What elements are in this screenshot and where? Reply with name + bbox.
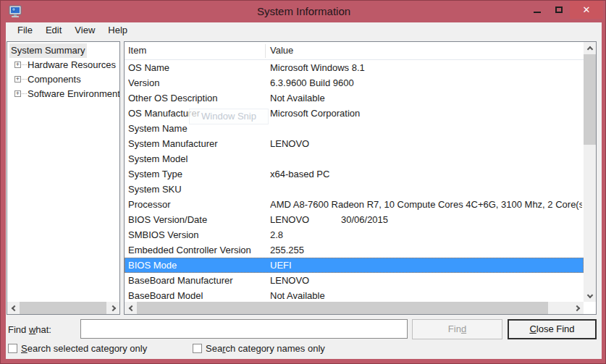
row-value: LENOVO	[270, 136, 582, 151]
table-row[interactable]: Other OS DescriptionNot Available	[125, 90, 584, 106]
table-row[interactable]: ProcessorAMD A8-7600 Radeon R7, 10 Compu…	[125, 197, 584, 212]
table-row[interactable]: Version6.3.9600 Build 9600	[125, 75, 584, 90]
menu-view[interactable]: View	[68, 22, 101, 38]
find-input[interactable]	[80, 319, 408, 339]
menu-bar: FileEditViewHelp	[6, 22, 134, 39]
table-row[interactable]: SMBIOS Version2.8	[125, 227, 584, 242]
scroll-down-button[interactable]	[584, 289, 596, 302]
window-snip-tooltip: Window Snip	[189, 109, 269, 124]
tree-item-software-environment[interactable]: +Software Environment	[7, 87, 119, 101]
expand-plus-icon[interactable]: +	[14, 76, 21, 82]
row-item: System Manufacturer	[128, 136, 266, 151]
table-row[interactable]: Embedded Controller Version255.255	[125, 242, 584, 258]
row-value: 2.8	[270, 227, 582, 242]
row-item: BIOS Version/Date	[128, 212, 266, 227]
row-item: System SKU	[128, 182, 266, 197]
chevron-up-icon	[586, 46, 592, 51]
close-find-button[interactable]: Close Find	[508, 319, 597, 339]
list-rows: OS NameMicrosoft Windows 8.1Version6.3.9…	[125, 60, 584, 303]
maximize-icon	[555, 7, 563, 13]
tree-item-hardware-resources[interactable]: +Hardware Resources	[7, 58, 119, 72]
row-item: BIOS Mode	[128, 258, 266, 273]
row-value: 6.3.9600 Build 9600	[270, 75, 582, 90]
table-row[interactable]: BIOS ModeUEFI	[125, 258, 584, 273]
scrollbar-thumb[interactable]	[584, 54, 596, 145]
close-button[interactable]: ✕	[570, 1, 603, 19]
table-row[interactable]: System SKU	[125, 182, 584, 197]
expand-plus-icon[interactable]: +	[14, 90, 21, 97]
checkbox-icon	[8, 344, 17, 353]
scroll-up-button[interactable]	[584, 42, 596, 54]
tree-item-label: System Summary	[9, 43, 87, 58]
tree-horizontal-scrollbar[interactable]	[7, 302, 119, 314]
menu-file[interactable]: File	[11, 22, 39, 38]
table-row[interactable]: System Typex64-based PC	[125, 166, 584, 182]
menu-edit[interactable]: Edit	[39, 22, 68, 38]
tree-item-label: Hardware Resources	[28, 59, 116, 70]
row-item: BaseBoard Model	[128, 288, 266, 303]
row-item: OS Name	[128, 60, 266, 75]
row-item: Embedded Controller Version	[128, 242, 266, 258]
category-tree-pane: System Summary +Hardware Resources+Compo…	[7, 41, 120, 315]
list-vertical-scrollbar[interactable]	[584, 42, 596, 302]
row-value: LENOVO	[270, 273, 582, 288]
system-information-window: System Information ✕ FileEditViewHelp Sy…	[0, 0, 606, 364]
row-item: Processor	[128, 197, 266, 212]
row-value: 255.255	[270, 242, 582, 258]
table-row[interactable]: OS NameMicrosoft Windows 8.1	[125, 60, 584, 75]
column-header-value[interactable]: Value	[270, 45, 293, 56]
tree-item-system-summary[interactable]: System Summary	[7, 43, 119, 58]
row-item: BaseBoard Manufacturer	[128, 273, 266, 288]
expand-plus-icon[interactable]: +	[14, 62, 21, 68]
scrollbar-thumb[interactable]	[137, 302, 548, 314]
table-row[interactable]: System ManufacturerLENOVO	[125, 136, 584, 151]
list-horizontal-scrollbar[interactable]	[125, 302, 584, 314]
search-category-names-checkbox[interactable]: Search category names only	[193, 343, 325, 354]
chevron-right-icon	[109, 305, 115, 310]
checkbox-label: Search selected category only	[21, 343, 147, 354]
row-value-date: 30/06/2015	[341, 212, 388, 227]
client-area: FileEditViewHelp System Summary +Hardwar…	[6, 22, 602, 359]
maximize-button[interactable]	[548, 1, 570, 19]
scroll-right-button[interactable]	[571, 302, 584, 314]
chevron-left-icon	[11, 305, 17, 310]
minimize-button[interactable]	[526, 1, 548, 19]
row-item: Other OS Description	[128, 90, 266, 106]
chevron-right-icon	[573, 305, 579, 310]
row-value: LENOVO	[270, 212, 582, 227]
row-value: UEFI	[270, 258, 582, 273]
find-what-label: Find what:	[8, 324, 51, 335]
chevron-down-icon	[586, 292, 592, 297]
row-item: System Type	[128, 166, 266, 182]
detail-list-pane: Item Value OS NameMicrosoft Windows 8.1V…	[124, 41, 597, 315]
table-row[interactable]: BaseBoard ManufacturerLENOVO	[125, 273, 584, 288]
table-row[interactable]: System Model	[125, 151, 584, 166]
row-item: System Model	[128, 151, 266, 166]
row-item: Version	[128, 75, 266, 90]
row-value: Not Available	[270, 288, 582, 303]
window-title: System Information	[1, 5, 606, 17]
row-value: Microsoft Corporation	[270, 106, 582, 121]
scroll-left-button[interactable]	[7, 302, 20, 314]
checkbox-label: Search category names only	[206, 343, 325, 354]
table-row[interactable]: BIOS Version/DateLENOVO30/06/2015	[125, 212, 584, 227]
search-selected-category-checkbox[interactable]: Search selected category only	[8, 343, 147, 354]
column-header-item[interactable]: Item	[128, 45, 146, 56]
close-icon: ✕	[583, 4, 591, 15]
tree-item-label: Components	[28, 74, 81, 85]
row-value: AMD A8-7600 Radeon R7, 10 Compute Cores …	[270, 197, 582, 212]
tree-item-label: Software Environment	[28, 88, 119, 99]
checkbox-icon	[193, 344, 202, 353]
column-divider[interactable]	[265, 44, 266, 58]
titlebar: System Information ✕	[1, 1, 606, 22]
tree-item-components[interactable]: +Components	[7, 72, 119, 87]
chevron-left-icon	[128, 305, 134, 310]
menu-help[interactable]: Help	[101, 22, 134, 38]
scroll-right-button[interactable]	[107, 302, 119, 314]
scrollbar-thumb[interactable]	[20, 302, 106, 314]
table-row[interactable]: BaseBoard ModelNot Available	[125, 288, 584, 303]
find-button[interactable]: Find	[412, 319, 502, 339]
minimize-icon	[534, 12, 541, 13]
scroll-left-button[interactable]	[125, 302, 137, 314]
row-item: SMBIOS Version	[128, 227, 266, 242]
